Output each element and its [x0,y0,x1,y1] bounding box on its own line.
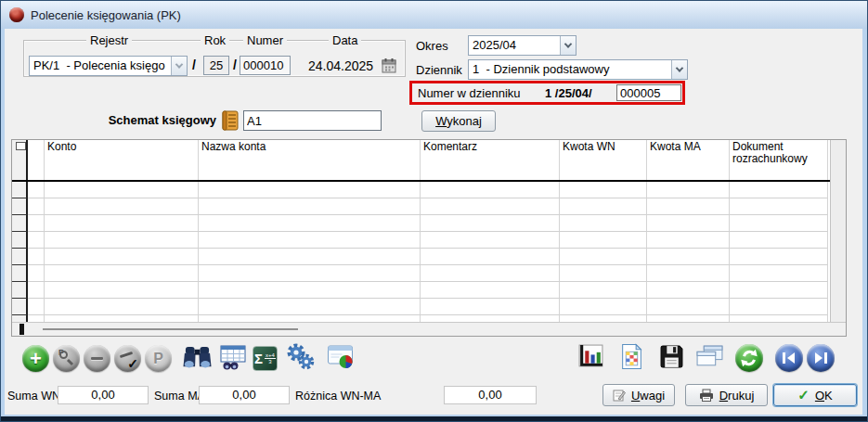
scrollbar-thumb[interactable] [19,324,24,335]
table-cell-ma[interactable] [647,249,730,265]
header-dokument-rozrachunkowy[interactable]: Dokument rozrachunkowy [730,140,828,180]
table-cell-nazwa[interactable] [199,299,421,315]
header-kwota-ma[interactable]: Kwota MA [647,140,730,180]
table-cell-gap[interactable] [28,215,45,232]
vertical-scrollbar[interactable] [830,140,846,322]
okres-combobox[interactable]: 2025/04 [468,35,577,56]
wykonaj-button[interactable]: Wykonaj [421,110,496,132]
header-nazwa-konta[interactable]: Nazwa konta [199,140,421,180]
table-row[interactable] [12,215,846,232]
table-cell-nazwa[interactable] [199,249,421,265]
accept-button[interactable]: ✓ [114,345,141,372]
refresh-button[interactable] [735,344,763,372]
table-cell-nazwa[interactable] [199,215,421,232]
table-cell-dok[interactable] [730,182,828,198]
table-row[interactable] [12,282,846,299]
table-cell-gap[interactable] [28,198,45,215]
report-window-button[interactable] [327,344,356,373]
table-cell-dok[interactable] [730,282,828,299]
rejestr-combobox[interactable]: PK/1 - Polecenia księgo [29,56,188,76]
table-cell-wn[interactable] [560,198,647,215]
table-cell-ma[interactable] [647,215,730,232]
uwagi-button[interactable]: Uwagi [602,384,675,406]
table-cell-sel[interactable] [12,299,28,315]
table-cell-dok[interactable] [730,299,828,315]
first-record-button[interactable] [775,344,803,372]
header-konto[interactable]: Konto [45,140,199,180]
save-button[interactable] [659,344,684,372]
table-cell-nazwa[interactable] [199,265,421,282]
rejestr-dropdown-arrow[interactable] [171,57,187,75]
table-cell-konto[interactable] [45,249,199,265]
table-cell-wn[interactable] [560,299,647,315]
dziennik-dropdown-arrow[interactable] [671,60,687,79]
table-cell-koment[interactable] [421,198,560,215]
table-cell-konto[interactable] [45,299,199,315]
table-cell-wn[interactable] [560,282,647,299]
table-cell-gap[interactable] [28,282,45,299]
table-row[interactable] [12,249,846,265]
table-cell-nazwa[interactable] [199,198,421,215]
table-cell-konto[interactable] [45,232,199,249]
search-button[interactable] [183,344,212,374]
table-cell-ma[interactable] [647,282,730,299]
sum-button[interactable]: Σ x+43 [253,346,278,371]
table-cell-konto[interactable] [45,215,199,232]
table-cell-gap[interactable] [28,182,45,198]
table-cell-sel[interactable] [12,198,28,215]
chart-button[interactable] [577,344,604,372]
table-cell-wn[interactable] [560,215,647,232]
table-row[interactable] [12,198,846,215]
table-cell-koment[interactable] [421,282,560,299]
copy-button[interactable] [695,344,724,372]
table-cell-dok[interactable] [730,198,828,215]
view-button[interactable]: P [53,345,80,372]
table-cell-gap[interactable] [28,232,45,249]
table-cell-konto[interactable] [45,282,199,299]
table-cell-gap[interactable] [28,249,45,265]
table-cell-gap[interactable] [28,265,45,282]
table-cell-nazwa[interactable] [199,282,421,299]
table-cell-koment[interactable] [421,265,560,282]
table-cell-gap[interactable] [28,299,45,315]
journal-number-input[interactable] [616,84,681,101]
table-cell-koment[interactable] [421,249,560,265]
dziennik-combobox[interactable]: 1 - Dziennik podstawowy [468,59,688,80]
calendar-icon[interactable] [382,58,396,76]
numer-input[interactable] [240,56,291,75]
delete-button[interactable] [84,345,110,372]
table-search-button[interactable] [219,344,247,374]
table-cell-ma[interactable] [647,198,730,215]
table-cell-sel[interactable] [12,265,28,282]
p-operation-button[interactable]: P [145,345,172,372]
table-cell-nazwa[interactable] [199,182,421,198]
header-kwota-wn[interactable]: Kwota WN [560,140,647,180]
spreadsheet-report-button[interactable] [620,343,643,373]
settings-button[interactable] [285,343,316,374]
table-row[interactable] [12,299,846,315]
table-cell-wn[interactable] [560,249,647,265]
table-cell-dok[interactable] [730,249,828,265]
okres-dropdown-arrow[interactable] [560,36,576,55]
table-cell-ma[interactable] [647,232,730,249]
table-cell-koment[interactable] [421,182,560,198]
table-cell-koment[interactable] [421,232,560,249]
table-cell-sel[interactable] [12,249,28,265]
table-cell-wn[interactable] [560,265,647,282]
drukuj-button[interactable]: Drukuj [685,384,768,406]
table-row[interactable] [12,232,846,249]
table-cell-sel[interactable] [12,182,28,198]
table-cell-koment[interactable] [421,299,560,315]
table-cell-dok[interactable] [730,215,828,232]
table-cell-konto[interactable] [45,182,199,198]
table-cell-ma[interactable] [647,182,730,198]
schemat-input[interactable] [243,110,382,131]
table-cell-sel[interactable] [12,215,28,232]
titlebar[interactable]: Polecenie księgowania (PK) [1,1,867,29]
table-cell-sel[interactable] [12,232,28,249]
add-button[interactable]: + [22,345,49,372]
header-komentarz[interactable]: Komentarz [421,140,560,180]
table-cell-koment[interactable] [421,215,560,232]
ok-button[interactable]: ✓ OK [773,384,857,406]
horizontal-scrollbar[interactable] [12,322,846,336]
